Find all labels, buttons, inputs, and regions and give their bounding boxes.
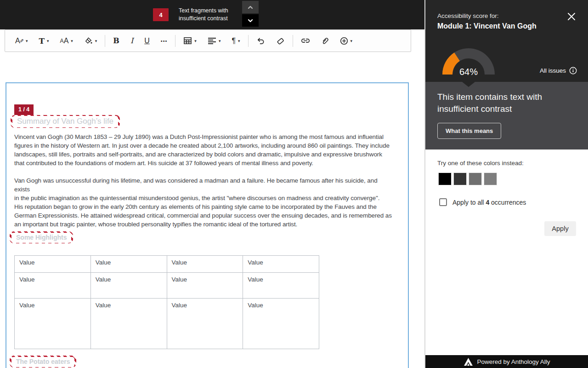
- heading-text: The Potato eaters: [11, 357, 74, 367]
- font-family-icon: T: [39, 36, 45, 46]
- apply-all-checkbox[interactable]: [439, 198, 447, 206]
- issue-message: This item contains text with insufficien…: [437, 91, 566, 115]
- chevron-up-icon: [248, 5, 253, 10]
- table-cell[interactable]: Value: [15, 256, 91, 273]
- chevron-down-icon: [248, 18, 253, 23]
- table-row: ValueValueValueValue: [15, 273, 319, 299]
- paragraph-style-button[interactable]: ¶▾: [226, 33, 245, 49]
- bold-button[interactable]: B: [107, 33, 125, 49]
- score-value: 64%: [453, 67, 484, 77]
- editor-toolbar: A✎▾ T▾ AA▾ ▾ B I U ••• ▾ ▾ ¶▾: [5, 29, 411, 52]
- fill-color-button[interactable]: ▾: [79, 33, 103, 49]
- all-issues-label: All issues: [540, 67, 566, 74]
- all-issues-link[interactable]: All issues: [540, 67, 577, 75]
- editor-content-area[interactable]: 1 / 4 Summary of Van Gogh’s life Vincent…: [6, 82, 409, 368]
- undo-button[interactable]: [251, 33, 271, 49]
- table-cell[interactable]: Value: [167, 256, 243, 273]
- chevron-down-icon: ▾: [26, 39, 28, 43]
- link-icon: [301, 38, 310, 44]
- chevron-down-icon: ▾: [351, 39, 353, 43]
- paperclip-icon: [321, 37, 329, 45]
- table-cell[interactable]: Value: [243, 299, 319, 349]
- color-swatch[interactable]: [453, 172, 467, 185]
- table-row: ValueValueValueValue: [15, 256, 319, 273]
- heading-text: Summary of Van Gogh’s life: [12, 116, 118, 127]
- paragraph-van-gogh-legacy: Van Gogh was unsuccessful during his lif…: [14, 176, 393, 229]
- powered-by-label: Powered by Anthology Ally: [477, 358, 550, 365]
- alignment-button[interactable]: ▾: [202, 33, 226, 49]
- table-cell[interactable]: Value: [15, 273, 91, 299]
- gauge-pointer: [462, 82, 475, 87]
- panel-eyebrow: Accessibility score for:: [437, 12, 499, 19]
- eraser-icon: [276, 37, 285, 45]
- pilcrow-icon: ¶: [232, 37, 236, 45]
- panel-title: Module 1: Vincent Van Gogh: [437, 22, 537, 30]
- insert-link-button[interactable]: [295, 33, 316, 49]
- heading-text: Some Highlights: [11, 233, 71, 243]
- italic-icon: I: [130, 36, 133, 45]
- text-style-button[interactable]: A✎▾: [10, 33, 33, 49]
- color-swatch[interactable]: [438, 172, 452, 185]
- color-swatch-row: [438, 172, 497, 185]
- toolbar-separator: [105, 35, 105, 47]
- attach-file-button[interactable]: [316, 33, 334, 49]
- chevron-down-icon: ▾: [238, 39, 240, 43]
- toolbar-separator: [293, 35, 293, 47]
- pencil-icon: ✎: [18, 39, 24, 43]
- what-this-means-button[interactable]: What this means: [437, 123, 501, 139]
- underline-button[interactable]: U: [139, 33, 155, 49]
- more-formatting-button[interactable]: •••: [155, 33, 173, 49]
- underline-icon: U: [144, 37, 150, 45]
- insert-content-button[interactable]: ▾: [334, 33, 358, 49]
- color-swatch[interactable]: [469, 172, 482, 185]
- flagged-heading-summary[interactable]: Summary of Van Gogh’s life: [11, 115, 120, 128]
- apply-all-label[interactable]: Apply to all 4 occurrences: [452, 199, 526, 206]
- info-icon[interactable]: [569, 67, 577, 75]
- table-row: ValueValueValueValue: [15, 299, 319, 349]
- paint-bucket-icon: [84, 36, 93, 45]
- next-issue-button[interactable]: [242, 14, 259, 27]
- font-size-button[interactable]: AA▾: [55, 33, 79, 49]
- ally-accessibility-panel: Accessibility score for: Module 1: Vince…: [424, 0, 588, 368]
- toolbar-separator: [175, 35, 175, 47]
- table-cell[interactable]: Value: [167, 299, 243, 349]
- table-cell[interactable]: Value: [90, 299, 167, 349]
- plus-circle-icon: [340, 37, 348, 45]
- italic-button[interactable]: I: [125, 33, 139, 49]
- ellipsis-icon: •••: [161, 38, 168, 44]
- align-left-icon: [208, 37, 216, 44]
- table-cell[interactable]: Value: [90, 256, 167, 273]
- flagged-heading-potato-eaters[interactable]: The Potato eaters: [10, 356, 76, 368]
- undo-icon: [256, 37, 265, 45]
- previous-issue-button[interactable]: [242, 1, 259, 13]
- flagged-heading-highlights[interactable]: Some Highlights: [10, 231, 73, 243]
- clear-formatting-button[interactable]: [271, 33, 290, 49]
- table-cell[interactable]: Value: [90, 273, 167, 299]
- bold-icon: B: [113, 36, 119, 45]
- rich-text-editor: A✎▾ T▾ AA▾ ▾ B I U ••• ▾ ▾ ¶▾: [0, 29, 424, 368]
- table-icon: [183, 37, 192, 45]
- table-cell[interactable]: Value: [167, 273, 243, 299]
- ally-footer: Powered by Anthology Ally: [425, 355, 588, 368]
- toolbar-separator: [248, 35, 249, 47]
- font-size-icon: A: [60, 38, 64, 44]
- close-icon[interactable]: [567, 12, 576, 21]
- color-swatch[interactable]: [484, 172, 497, 185]
- font-family-button[interactable]: T▾: [33, 33, 54, 49]
- table-button[interactable]: ▾: [178, 33, 202, 49]
- anthology-logo-icon: [464, 358, 473, 366]
- issue-description-section: This item contains text with insufficien…: [425, 82, 588, 150]
- table-cell[interactable]: Value: [15, 299, 91, 349]
- table-body: ValueValueValueValueValueValueValueValue…: [15, 256, 319, 349]
- table-cell[interactable]: Value: [243, 256, 319, 273]
- chevron-down-icon: ▾: [219, 39, 221, 43]
- table-cell[interactable]: Value: [243, 273, 319, 299]
- color-suggestion-section: Try one of these colors instead: Apply t…: [425, 150, 588, 355]
- issue-count-badge[interactable]: 4: [153, 8, 169, 21]
- apply-button[interactable]: Apply: [544, 221, 576, 236]
- issue-position-badge[interactable]: 1 / 4: [14, 104, 34, 115]
- issue-navigation-bar: 4 Text fragments with insufficient contr…: [0, 0, 424, 29]
- chevron-down-icon: ▾: [47, 39, 49, 43]
- apply-all-row: Apply to all 4 occurrences: [439, 198, 526, 206]
- try-colors-label: Try one of these colors instead:: [437, 160, 524, 167]
